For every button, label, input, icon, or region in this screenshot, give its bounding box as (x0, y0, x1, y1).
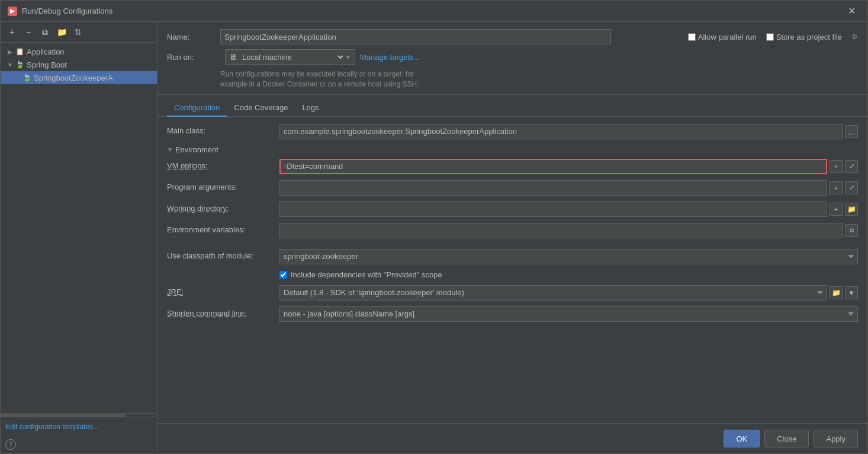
run-debug-configurations-dialog: ▶ Run/Debug Configurations ✕ + − ⧉ 📁 (0, 0, 868, 454)
shorten-label: Shorten command line: (167, 306, 279, 318)
sidebar-item-springbootzookeeper[interactable]: 🍃 SpringbootZookeeperA (1, 71, 157, 84)
jre-input-wrap: Default (1.8 - SDK of 'springboot-zookee… (279, 285, 858, 300)
env-vars-copy-button[interactable]: ⧉ (845, 224, 858, 237)
main-panel: Name: Allow parallel run Store as projec… (157, 22, 867, 453)
local-machine-icon: 🖥 (229, 52, 237, 62)
close-button[interactable]: ✕ (843, 3, 860, 19)
run-on-dropdown-icon: ▼ (345, 54, 351, 60)
folder-config-button[interactable]: 📁 (55, 25, 68, 39)
application-icon: 📋 (15, 47, 24, 56)
remove-config-button[interactable]: − (22, 25, 35, 39)
name-input[interactable] (220, 29, 611, 44)
help-button[interactable]: ? (5, 439, 16, 450)
tree-expand-icon: ▶ (5, 47, 15, 56)
tab-logs[interactable]: Logs (295, 100, 326, 117)
main-class-input-wrap: … (279, 124, 858, 139)
program-args-expand-button[interactable]: ⤢ (845, 181, 858, 194)
env-vars-input[interactable] (279, 223, 843, 238)
working-dir-label: Working directory: (167, 202, 279, 213)
main-class-label: Main class: (167, 124, 279, 135)
vm-options-add-icon[interactable]: + (830, 160, 843, 173)
main-class-input[interactable] (279, 124, 843, 139)
ok-button[interactable]: OK (724, 430, 760, 447)
springbootzookeeper-label: SpringbootZookeeperA (34, 73, 113, 82)
run-on-label: Run on: (167, 53, 220, 62)
title-bar: ▶ Run/Debug Configurations ✕ (1, 1, 867, 22)
sidebar-item-application[interactable]: ▶ 📋 Application (1, 45, 157, 58)
main-header: Name: Allow parallel run Store as projec… (157, 22, 867, 95)
tab-configuration[interactable]: Configuration (167, 100, 227, 117)
close-dialog-button[interactable]: Close (764, 430, 809, 447)
include-deps-label: Include dependencies with "Provided" sco… (291, 270, 442, 279)
environment-label: Environment (175, 145, 218, 154)
working-dir-input[interactable] (279, 202, 827, 217)
sort-config-button[interactable]: ⇅ (72, 25, 85, 39)
program-args-add-icon[interactable]: + (830, 181, 843, 194)
header-right: Allow parallel run Store as project file… (688, 33, 858, 41)
working-dir-browse-button[interactable]: 📁 (845, 203, 858, 216)
classpath-row: Use classpath of module: springboot-zook… (167, 249, 858, 264)
shorten-row: Shorten command line: none - java [optio… (167, 306, 858, 322)
working-dir-row: Working directory: + 📁 (167, 202, 858, 217)
manage-targets-link[interactable]: Manage targets... (360, 53, 420, 62)
program-args-row: Program arguments: + ⤢ (167, 180, 858, 196)
footer: OK Close Apply (157, 423, 867, 453)
add-config-button[interactable]: + (5, 25, 18, 39)
store-project-checkbox[interactable] (766, 33, 774, 41)
springboot-group-icon: 🍃 (15, 60, 24, 69)
jre-select[interactable]: Default (1.8 - SDK of 'springboot-zookee… (279, 285, 827, 300)
sidebar-item-label: Application (27, 47, 65, 56)
main-class-browse-button[interactable]: … (845, 125, 858, 138)
environment-arrow-icon: ▼ (167, 146, 173, 153)
shorten-input-wrap: none - java [options] className [args] (279, 306, 858, 322)
include-deps-checkbox[interactable] (279, 271, 287, 279)
sidebar-help-area: ? (1, 436, 157, 453)
tab-code-coverage[interactable]: Code Coverage (227, 100, 295, 117)
sidebar-tree: ▶ 📋 Application ▼ 🍃 Spring Boot 🍃 Spring… (1, 43, 157, 413)
vm-options-expand-button[interactable]: ⤢ (845, 160, 858, 173)
hint-text: Run configurations may be executed local… (220, 69, 858, 89)
dialog-icon: ▶ (8, 7, 17, 16)
env-vars-label: Environment variables: (167, 223, 279, 234)
run-on-row: Run on: 🖥 Local machine ▼ Manage targets… (167, 49, 858, 65)
classpath-select[interactable]: springboot-zookeeper (279, 249, 858, 264)
sidebar-scrollbar-thumb (1, 414, 126, 417)
store-project-label[interactable]: Store as project file (766, 33, 842, 41)
working-dir-add-icon[interactable]: + (830, 203, 843, 216)
copy-config-button[interactable]: ⧉ (38, 25, 52, 39)
sidebar-scrollbar[interactable] (1, 413, 157, 417)
env-vars-row: Environment variables: ⧉ (167, 223, 858, 238)
springbootzookeeper-icon: 🍃 (22, 73, 31, 82)
run-on-selector[interactable]: 🖥 Local machine ▼ (225, 49, 355, 65)
spacer (167, 244, 858, 249)
config-panel: Main class: … ▼ Environment VM options: (157, 117, 867, 423)
jre-browse-button[interactable]: 📁 (830, 286, 843, 299)
run-on-select[interactable]: Local machine (240, 52, 345, 62)
classpath-label: Use classpath of module: (167, 249, 279, 260)
main-class-row: Main class: … (167, 124, 858, 139)
program-args-input[interactable] (279, 180, 827, 196)
jre-dropdown-button[interactable]: ▼ (845, 286, 858, 299)
environment-section-header[interactable]: ▼ Environment (167, 145, 858, 154)
shorten-select[interactable]: none - java [options] className [args] (279, 306, 858, 322)
allow-parallel-label[interactable]: Allow parallel run (688, 33, 757, 41)
allow-parallel-checkbox[interactable] (688, 33, 696, 41)
tabs-bar: Configuration Code Coverage Logs (157, 100, 867, 117)
edit-templates-link[interactable]: Edit configuration templates... (5, 423, 99, 431)
sidebar-toolbar: + − ⧉ 📁 ⇅ (1, 22, 157, 43)
name-label: Name: (167, 33, 220, 41)
sidebar-item-springboot-group[interactable]: ▼ 🍃 Spring Boot (1, 58, 157, 71)
vm-options-label: VM options: (167, 159, 279, 170)
tree-expand-springboot-icon: ▼ (5, 60, 15, 69)
include-deps-row: Include dependencies with "Provided" sco… (167, 270, 858, 279)
classpath-input-wrap: springboot-zookeeper (279, 249, 858, 264)
program-args-label: Program arguments: (167, 180, 279, 191)
env-vars-input-wrap: ⧉ (279, 223, 858, 238)
name-row: Name: Allow parallel run Store as projec… (167, 29, 858, 44)
program-args-input-wrap: + ⤢ (279, 180, 858, 196)
apply-button[interactable]: Apply (814, 430, 858, 447)
vm-options-input[interactable] (279, 159, 827, 174)
store-project-settings-icon[interactable]: ⚙ (851, 33, 858, 41)
jre-row: JRE: Default (1.8 - SDK of 'springboot-z… (167, 285, 858, 300)
jre-label: JRE: (167, 285, 279, 296)
